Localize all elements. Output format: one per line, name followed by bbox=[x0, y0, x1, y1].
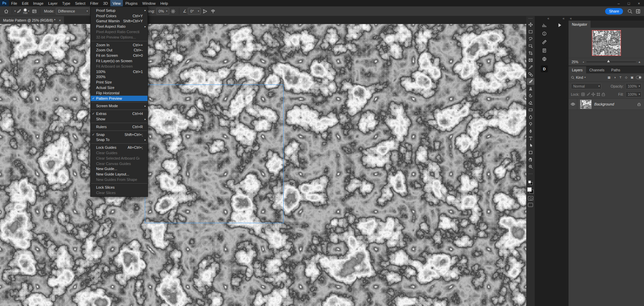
history-brush-tool[interactable] bbox=[527, 92, 534, 99]
menu-plugins[interactable]: Plugins bbox=[123, 0, 140, 6]
ruler-panel-button[interactable] bbox=[540, 38, 549, 46]
navigator-thumbnail[interactable] bbox=[592, 30, 621, 56]
menu-layer[interactable]: Layer bbox=[46, 0, 60, 6]
lock-all-icon[interactable] bbox=[601, 92, 605, 96]
gradient-tool[interactable] bbox=[527, 107, 534, 113]
lock-position-icon[interactable] bbox=[591, 92, 595, 96]
menu-item-proof-setup[interactable]: Proof Setup▸ bbox=[91, 8, 148, 13]
layer-row[interactable]: Background bbox=[569, 99, 644, 110]
zoom-out-icon[interactable]: ▲ bbox=[582, 61, 584, 63]
type-layer-filter-icon[interactable]: T bbox=[618, 75, 623, 80]
foreground-color-swatch[interactable] bbox=[527, 187, 532, 192]
menu-item-fit-on-screen[interactable]: Fit on ScreenCtrl+0 bbox=[91, 53, 148, 58]
brush-settings-toggle[interactable] bbox=[30, 7, 38, 15]
blur-tool[interactable] bbox=[527, 114, 534, 120]
collapse-dock-icon[interactable]: « bbox=[562, 17, 564, 20]
tool-preset-picker[interactable]: ▾ bbox=[14, 7, 22, 15]
fill-select[interactable]: 100%▾ bbox=[625, 91, 642, 97]
menu-item-pattern-preview[interactable]: ✓Pattern Preview bbox=[91, 96, 148, 101]
spot-healing-tool[interactable] bbox=[527, 71, 534, 78]
collapse-dock-icon[interactable]: « bbox=[547, 17, 549, 20]
menu-item-screen-mode[interactable]: Screen Mode▸ bbox=[91, 103, 148, 109]
hand-tool[interactable] bbox=[527, 156, 534, 163]
tab-paths[interactable]: Paths bbox=[608, 66, 624, 73]
type-tool[interactable] bbox=[527, 135, 534, 142]
adjustment-layer-filter-icon[interactable]: ◑ bbox=[612, 75, 617, 80]
workspace-button[interactable] bbox=[634, 7, 642, 15]
menu-item-new-guide-layout[interactable]: New Guide Layout... bbox=[91, 171, 148, 177]
lock-transparency-icon[interactable] bbox=[581, 92, 585, 96]
menu-item-pixel-aspect-ratio[interactable]: Pixel Aspect Ratio▸ bbox=[91, 24, 148, 29]
menu-item-snap[interactable]: ✓SnapShift+Ctrl+; bbox=[91, 132, 148, 137]
symmetry-options-button[interactable] bbox=[209, 7, 217, 15]
layer-search[interactable] bbox=[571, 76, 575, 79]
histogram-panel-button[interactable] bbox=[540, 21, 549, 29]
play-panel-button[interactable] bbox=[555, 21, 564, 29]
blend-mode-select[interactable]: Normal▾ bbox=[571, 83, 601, 89]
pixel-layer-filter-icon[interactable]: ▦ bbox=[606, 75, 612, 80]
menu-item-actual-size[interactable]: Actual Size bbox=[91, 85, 148, 90]
lock-pixels-icon[interactable] bbox=[586, 92, 590, 96]
minimize-button[interactable]: – bbox=[614, 0, 624, 6]
home-button[interactable] bbox=[2, 7, 10, 15]
shape-layer-filter-icon[interactable]: ◇ bbox=[624, 75, 629, 80]
menu-item-snap-to[interactable]: Snap To▸ bbox=[91, 137, 148, 143]
filter-switch[interactable] bbox=[636, 76, 642, 79]
smoothing-options-button[interactable] bbox=[169, 7, 177, 15]
eyedropper-tool[interactable] bbox=[527, 64, 534, 71]
edit-toolbar-icon[interactable] bbox=[527, 170, 534, 177]
brush-preset-picker[interactable]: 700 ▾ bbox=[22, 7, 30, 15]
menu-item-extras[interactable]: ✓ExtrasCtrl+H bbox=[91, 111, 148, 116]
menu-filter[interactable]: Filter bbox=[88, 0, 101, 6]
menu-item-zoom-in[interactable]: Zoom InCtrl++ bbox=[91, 42, 148, 48]
maximize-button[interactable]: □ bbox=[624, 0, 634, 6]
brush-tool[interactable] bbox=[527, 78, 534, 85]
kind-filter[interactable]: Kind▾ bbox=[576, 75, 586, 79]
default-colors-icon[interactable] bbox=[528, 181, 533, 185]
eraser-tool[interactable] bbox=[527, 99, 534, 106]
zoom-slider-thumb[interactable] bbox=[607, 60, 610, 62]
menu-image[interactable]: Image bbox=[31, 0, 46, 6]
menu-edit[interactable]: Edit bbox=[20, 0, 31, 6]
layer-thumbnail[interactable] bbox=[580, 100, 592, 109]
menu-3d[interactable]: 3D bbox=[101, 0, 110, 6]
menu-item-lock-slices[interactable]: Lock Slices bbox=[91, 185, 148, 190]
zoom-slider[interactable] bbox=[586, 62, 636, 62]
document-tab[interactable]: Marble Pattern @ 25% (RGB/8) * × bbox=[0, 16, 64, 24]
tab-close-button[interactable]: × bbox=[59, 18, 61, 22]
smart-object-filter-icon[interactable]: ▣ bbox=[629, 75, 635, 80]
menu-view[interactable]: View bbox=[110, 0, 123, 6]
layer-opacity-select[interactable]: 100%▾ bbox=[625, 83, 642, 89]
rectangle-tool[interactable] bbox=[527, 149, 534, 156]
zoom-in-icon[interactable]: ▲ bbox=[638, 61, 641, 64]
pen-tool[interactable] bbox=[527, 128, 534, 135]
menu-file[interactable]: File bbox=[9, 0, 20, 6]
d-badge[interactable]: D bbox=[541, 65, 548, 72]
airbrush-toggle[interactable] bbox=[201, 7, 209, 15]
menu-item-print-size[interactable]: Print Size bbox=[91, 79, 148, 85]
tab-channels[interactable]: Channels bbox=[586, 66, 608, 73]
lasso-tool[interactable] bbox=[527, 36, 534, 42]
menu-item-lock-guides[interactable]: Lock GuidesAlt+Ctrl+; bbox=[91, 145, 148, 150]
visibility-toggle[interactable] bbox=[569, 99, 577, 110]
menu-item-fit-layer-s-on-screen[interactable]: Fit Layer(s) on Screen bbox=[91, 58, 148, 64]
tab-layers[interactable]: Layers bbox=[569, 66, 586, 73]
path-selection-tool[interactable] bbox=[527, 142, 534, 149]
menu-item-zoom-out[interactable]: Zoom OutCtrl+- bbox=[91, 48, 148, 53]
clone-stamp-tool[interactable] bbox=[527, 85, 534, 92]
rect-marquee-tool[interactable] bbox=[527, 28, 534, 35]
menu-item-100[interactable]: 100%Ctrl+1 bbox=[91, 69, 148, 74]
info-panel-button[interactable] bbox=[540, 29, 549, 38]
crop-tool[interactable] bbox=[527, 50, 534, 56]
angle-select[interactable]: 0°▾ bbox=[188, 8, 201, 15]
menu-help[interactable]: Help bbox=[158, 0, 171, 6]
menu-window[interactable]: Window bbox=[140, 0, 158, 6]
canvas[interactable] bbox=[0, 24, 526, 306]
menu-item-200[interactable]: 200% bbox=[91, 74, 148, 80]
menu-item-flip-horizontal[interactable]: Flip Horizontal bbox=[91, 90, 148, 96]
zoom-level[interactable]: 25% bbox=[572, 60, 580, 64]
menu-item-show[interactable]: Show▸ bbox=[91, 116, 148, 122]
toolbar-grip[interactable] bbox=[528, 18, 533, 19]
menu-item-gamut-warning[interactable]: Gamut WarningShift+Ctrl+Y bbox=[91, 19, 148, 24]
menu-item-proof-colors[interactable]: Proof ColorsCtrl+Y bbox=[91, 13, 148, 19]
